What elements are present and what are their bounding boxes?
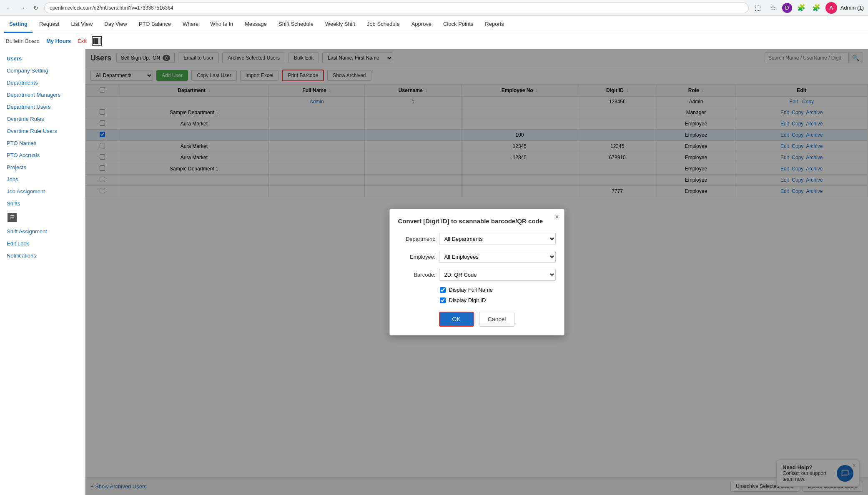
extension-icon-puzzle[interactable]: 🧩 (810, 2, 822, 14)
browser-chrome: ← → ↻ opentimeclock.com/q2/mUsers.html?v… (0, 0, 868, 16)
top-navigation: Setting Request List View Day View PTO B… (0, 16, 868, 33)
modal-overlay: Convert [Digit ID] to scannable barcode/… (85, 49, 868, 495)
svg-rect-3 (96, 38, 97, 44)
sidebar-item-department-users[interactable]: Department Users (0, 101, 85, 113)
main-layout: Users Company Setting Departments Depart… (0, 49, 868, 495)
nav-pto-balance[interactable]: PTO Balance (134, 16, 176, 33)
sidebar-item-shifts[interactable]: Shifts (0, 198, 85, 210)
admin-label-text: Admin (1) (840, 5, 864, 11)
modal-barcode-select[interactable]: 2D: QR Code (439, 269, 556, 281)
display-fullname-label: Display Full Name (449, 287, 493, 293)
profile-avatar[interactable]: A (825, 2, 837, 14)
modal-ok-button[interactable]: OK (439, 312, 474, 327)
sidebar-item-overtime-rules[interactable]: Overtime Rules (0, 113, 85, 125)
sidebar-item-departments[interactable]: Departments (0, 77, 85, 89)
star-icon[interactable]: ☆ (767, 2, 779, 14)
sidebar-item-department-managers[interactable]: Department Managers (0, 89, 85, 101)
sidebar-item-shift-assignment[interactable]: Shift Assignment (0, 225, 85, 238)
my-hours-link[interactable]: My Hours (45, 37, 73, 45)
modal-employee-select[interactable]: All Employees (439, 251, 556, 263)
sidebar-item-edit-lock[interactable]: Edit Lock (0, 238, 85, 250)
sidebar-item-users[interactable]: Users (0, 52, 85, 65)
svg-rect-0 (93, 38, 94, 44)
modal-title: Convert [Digit ID] to scannable barcode/… (398, 218, 556, 225)
barcode-label: Barcode: (398, 272, 436, 278)
nav-reports[interactable]: Reports (480, 16, 509, 33)
reload-button[interactable]: ↻ (31, 3, 41, 13)
bulletin-board-link[interactable]: Bulletin Board (4, 37, 41, 45)
sidebar-item-overtime-rule-users[interactable]: Overtime Rule Users (0, 125, 85, 137)
modal-footer: OK Cancel (398, 312, 556, 327)
display-digitid-label: Display Digit ID (449, 297, 486, 303)
modal-display-digitid-row: Display Digit ID (440, 297, 556, 303)
address-bar[interactable]: opentimeclock.com/q2/mUsers.html?v=17333… (44, 2, 749, 13)
barcode-modal: Convert [Digit ID] to scannable barcode/… (389, 209, 564, 335)
display-fullname-checkbox[interactable] (440, 287, 446, 293)
svg-rect-5 (99, 38, 99, 44)
sidebar-item-jobs[interactable]: Jobs (0, 173, 85, 185)
exit-link[interactable]: Exit (76, 37, 88, 45)
svg-rect-6 (100, 38, 100, 44)
nav-approve[interactable]: Approve (406, 16, 437, 33)
modal-barcode-row: Barcode: 2D: QR Code (398, 269, 556, 281)
browser-icons: ⬚ ☆ D 🧩 🧩 A (752, 2, 837, 14)
nav-where[interactable]: Where (178, 16, 203, 33)
svg-rect-2 (95, 38, 96, 44)
modal-display-fullname-row: Display Full Name (440, 287, 556, 293)
modal-department-select[interactable]: All Departments (439, 233, 556, 245)
nav-request[interactable]: Request (34, 16, 64, 33)
nav-weekly-shift[interactable]: Weekly Shift (320, 16, 360, 33)
back-button[interactable]: ← (4, 3, 14, 13)
screen-share-icon[interactable]: ⬚ (752, 2, 764, 14)
dept-label: Department: (398, 236, 436, 242)
sidebar: Users Company Setting Departments Depart… (0, 49, 85, 495)
forward-button[interactable]: → (18, 3, 28, 13)
nav-day-view[interactable]: Day View (99, 16, 132, 33)
content-area: Users Self Sign Up: ON 0 Email to User A… (85, 49, 868, 495)
extension-icon-emoji[interactable]: 🧩 (795, 2, 807, 14)
url-text: opentimeclock.com/q2/mUsers.html?v=17333… (50, 5, 173, 11)
nav-message[interactable]: Message (240, 16, 272, 33)
sidebar-item-projects[interactable]: Projects (0, 161, 85, 173)
modal-employee-row: Employee: All Employees (398, 251, 556, 263)
nav-who-is-in[interactable]: Who Is In (205, 16, 238, 33)
sidebar-collapse-button[interactable]: ☰ (8, 213, 17, 222)
display-digitid-checkbox[interactable] (440, 298, 446, 303)
employee-label: Employee: (398, 254, 436, 260)
sidebar-item-pto-names[interactable]: PTO Names (0, 137, 85, 149)
svg-rect-4 (97, 38, 98, 44)
sub-navigation: Bulletin Board My Hours Exit (0, 33, 868, 49)
nav-job-schedule[interactable]: Job Schedule (362, 16, 405, 33)
nav-list-view[interactable]: List View (66, 16, 98, 33)
sidebar-item-pto-accruals[interactable]: PTO Accruals (0, 149, 85, 161)
modal-cancel-button[interactable]: Cancel (479, 312, 515, 327)
sidebar-item-job-assignment[interactable]: Job Assignment (0, 185, 85, 198)
nav-clock-points[interactable]: Clock Points (438, 16, 478, 33)
sidebar-item-notifications[interactable]: Notifications (0, 250, 85, 262)
sidebar-item-company-setting[interactable]: Company Setting (0, 65, 85, 77)
barcode-icon[interactable] (92, 36, 102, 46)
nav-shift-schedule[interactable]: Shift Schedule (273, 16, 319, 33)
nav-setting[interactable]: Setting (4, 16, 33, 33)
svg-rect-1 (94, 38, 95, 44)
admin-label: Admin (1) (840, 5, 864, 11)
modal-close-button[interactable]: × (555, 213, 559, 221)
extension-icon-purple[interactable]: D (782, 3, 792, 13)
modal-department-row: Department: All Departments (398, 233, 556, 245)
